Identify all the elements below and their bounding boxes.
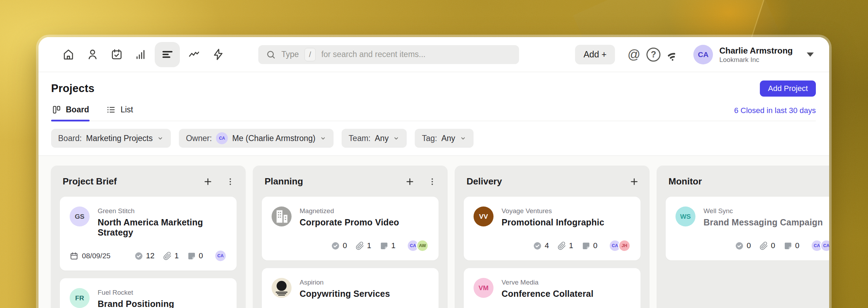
add-card-button[interactable]	[203, 177, 213, 187]
feather-icon[interactable]	[663, 45, 683, 64]
column-title: Project Brief	[63, 176, 117, 187]
closed-projects-link[interactable]: 6 Closed in last 30 days	[734, 106, 816, 121]
add-card-button[interactable]	[405, 177, 415, 187]
column-menu-button[interactable]	[225, 177, 235, 187]
project-title: Promotional Infographic	[502, 217, 604, 227]
help-icon[interactable]: ?	[644, 45, 663, 64]
attachment-icon	[558, 241, 566, 250]
board-column-project-brief: Project BriefGSGreen StitchNorth America…	[51, 166, 246, 308]
company-name: Verve Media	[502, 279, 594, 286]
project-card[interactable]: MagnetizedCorporate Promo Video011CAAW	[262, 197, 439, 260]
column-title: Planning	[265, 176, 303, 187]
avatar: CA	[820, 239, 829, 252]
attachment-icon	[163, 252, 172, 260]
company-avatar: FR	[70, 288, 90, 308]
tasks-count: 4	[533, 241, 549, 250]
notes-count: 0	[784, 241, 799, 250]
column-menu-button[interactable]	[427, 177, 437, 187]
user-icon[interactable]	[82, 44, 103, 65]
column-title: Monitor	[668, 176, 702, 187]
kanban-icon	[52, 105, 61, 114]
projects-board-icon[interactable]	[155, 42, 180, 67]
add-button[interactable]: Add +	[575, 45, 615, 64]
project-card[interactable]: FRFuel RocketBrand Positioning420CALDAW	[60, 278, 237, 308]
company-name: Magnetized	[300, 207, 399, 215]
add-project-button[interactable]: Add Project	[760, 80, 816, 97]
member-avatars: CACA	[811, 239, 829, 252]
column-title: Delivery	[467, 176, 502, 187]
project-card[interactable]: GSGreen StitchNorth America Marketing St…	[60, 197, 237, 271]
board-column-monitor: MonitorWSWell SyncBrand Messaging Campai…	[657, 166, 829, 308]
view-tabs: Board List	[51, 102, 134, 121]
calendar-icon	[70, 252, 78, 260]
filter-tag[interactable]: Tag: Any	[415, 129, 473, 148]
filter-board[interactable]: Board: Marketing Projects	[51, 129, 171, 148]
attachments-count: 1	[356, 241, 371, 250]
project-card[interactable]: AspirionCopywriting Services04/08/25610C…	[262, 268, 439, 308]
chevron-down-icon	[393, 135, 400, 142]
active-tab-underline	[51, 120, 90, 121]
activity-icon[interactable]	[184, 44, 204, 65]
project-title: Copywriting Services	[300, 289, 390, 299]
project-title: Brand Positioning	[98, 299, 174, 308]
profile-menu[interactable]: CA Charlie Armstrong Lookmark Inc	[693, 45, 814, 64]
nav-right-group: Add + @ ? CA Charlie Armstrong Lookmark …	[575, 45, 814, 64]
tasks-count: 0	[331, 241, 347, 250]
chevron-down-icon	[320, 135, 327, 142]
project-title: Corporate Promo Video	[300, 217, 399, 227]
company-name: Well Sync	[704, 207, 823, 215]
bar-chart-icon[interactable]	[131, 44, 151, 65]
notes-icon	[187, 252, 196, 260]
filter-team[interactable]: Team: Any	[342, 129, 407, 148]
company-avatar: VM	[474, 278, 493, 298]
tab-list[interactable]: List	[106, 102, 134, 121]
aspirion-logo	[272, 278, 292, 298]
project-card[interactable]: VVVoyage VenturesPromotional Infographic…	[464, 197, 640, 260]
mentions-icon[interactable]: @	[624, 45, 644, 64]
filter-owner[interactable]: Owner: CA Me (Charlie Armstrong)	[179, 129, 334, 148]
user-name: Charlie Armstrong	[719, 46, 793, 56]
filter-bar: Board: Marketing Projects Owner: CA Me (…	[38, 121, 829, 156]
search-input[interactable]: Type / for search and recent items...	[258, 45, 519, 64]
home-icon[interactable]	[58, 44, 78, 65]
calendar-check-icon[interactable]	[106, 44, 127, 65]
tab-board[interactable]: Board	[51, 102, 90, 121]
nav-icon-group	[58, 42, 228, 67]
avatar: CA	[214, 250, 227, 262]
attachments-count: 0	[760, 241, 775, 250]
add-card-icon	[629, 177, 639, 187]
tasks-count: 0	[735, 241, 751, 250]
board-column-delivery: DeliveryVVVoyage VenturesPromotional Inf…	[455, 166, 650, 308]
project-card[interactable]: VMVerve MediaConference Collateral861CAS…	[464, 268, 640, 308]
company-name: Green Stitch	[98, 207, 227, 215]
kebab-menu-icon	[427, 177, 437, 187]
search-type-label: Type	[281, 50, 299, 59]
company-avatar	[272, 278, 292, 298]
member-avatars: CAJH	[609, 239, 631, 252]
tasks-icon	[134, 252, 143, 260]
add-card-icon	[203, 177, 213, 187]
zap-icon[interactable]	[208, 44, 228, 65]
avatar: CA	[216, 132, 228, 144]
company-avatar: GS	[70, 206, 90, 226]
kebab-menu-icon	[225, 177, 235, 187]
slash-key-badge: /	[304, 48, 316, 61]
company-avatar: VV	[474, 206, 493, 226]
company-name: Fuel Rocket	[98, 289, 174, 296]
page-title: Projects	[51, 82, 94, 95]
attachments-count: 1	[163, 251, 179, 260]
notes-count: 0	[187, 251, 203, 260]
notes-icon	[784, 241, 792, 250]
notes-icon	[582, 241, 590, 250]
tasks-count: 12	[134, 251, 154, 260]
company-avatar: WS	[676, 206, 695, 226]
add-card-button[interactable]	[629, 177, 639, 187]
kanban-board: Project BriefGSGreen StitchNorth America…	[38, 156, 829, 308]
search-placeholder: for search and recent items...	[321, 50, 426, 59]
avatar: AW	[416, 239, 429, 252]
list-icon	[106, 105, 116, 114]
notes-count: 0	[582, 241, 597, 250]
notes-icon	[380, 241, 388, 250]
project-card[interactable]: WSWell SyncBrand Messaging Campaign000CA…	[666, 197, 829, 260]
project-title: Brand Messaging Campaign	[704, 217, 823, 227]
